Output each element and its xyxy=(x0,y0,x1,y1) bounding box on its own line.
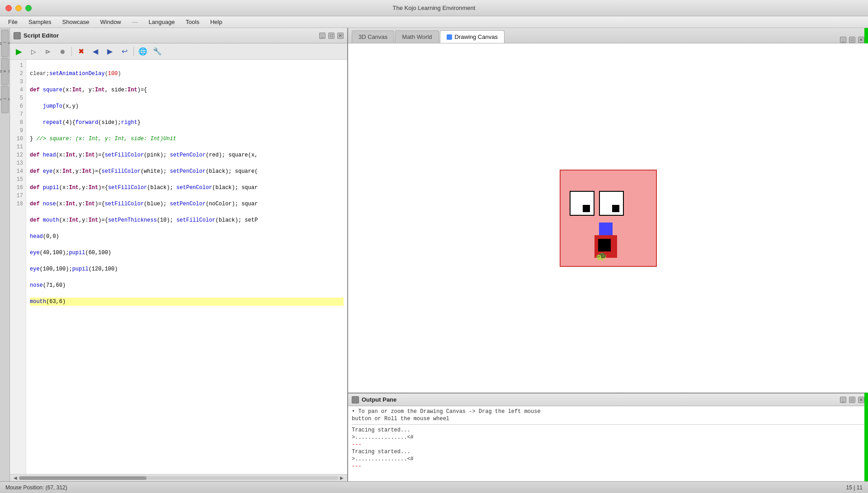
code-editor[interactable]: clear;setAnimationDelay(100) def square(… xyxy=(26,60,347,474)
sidebar-icon-pane[interactable]: Pan xyxy=(1,58,9,85)
minimize-button[interactable] xyxy=(15,5,22,11)
back-button[interactable]: ◀ xyxy=(89,45,102,58)
code-line-3: jumpTo(x,y) xyxy=(30,102,344,110)
output-pane: Output Pane _ □ ✕ • To pan or zoom the D… xyxy=(348,393,868,481)
toolbar-sep-2 xyxy=(133,47,134,56)
code-line-17 xyxy=(30,330,344,338)
script-editor-icon xyxy=(14,32,21,39)
tab-bar: 3D Canvas Math World Drawing Canvas _ □ … xyxy=(348,28,868,43)
maximize-panel-button[interactable]: □ xyxy=(328,33,335,39)
main-layout: His Pan Sto Script Editor _ □ ✕ ▶ ▷ ⊳ ⏺ xyxy=(0,28,868,481)
output-line-9: --- xyxy=(352,463,864,470)
maximize-button[interactable] xyxy=(25,5,32,11)
menu-showcase[interactable]: Showcase xyxy=(58,18,94,26)
script-editor-header: Script Editor _ □ ✕ xyxy=(10,28,347,43)
scroll-left[interactable]: ◀ xyxy=(12,475,19,480)
toolbar-sep-1 xyxy=(71,47,72,56)
tab-math-world[interactable]: Math World xyxy=(395,30,439,43)
code-line-14: nose(71,60) xyxy=(30,281,344,289)
web-button[interactable]: 🌐 xyxy=(137,45,149,58)
minimize-panel-button[interactable]: _ xyxy=(319,33,326,39)
right-panel: 3D Canvas Math World Drawing Canvas _ □ … xyxy=(348,28,868,481)
traffic-lights xyxy=(5,5,32,11)
code-scrollbar[interactable]: ◀ ▶ xyxy=(10,474,347,481)
code-line-2: def square(x:Int, y:Int, side:Int)={ xyxy=(30,86,344,94)
output-panel-controls: _ □ ✕ xyxy=(840,397,864,403)
code-line-5: } //> square: (x: Int, y: Int, side: Int… xyxy=(30,135,344,143)
code-line-10: def mouth(x:Int,y:Int)={setPenThickness(… xyxy=(30,216,344,224)
code-line-15: mouth(63,6) xyxy=(30,298,344,306)
close-button[interactable] xyxy=(5,5,12,11)
mouth-inner xyxy=(598,239,611,251)
run-button[interactable]: ▶ xyxy=(13,45,25,58)
maximize-output-button[interactable]: □ xyxy=(849,397,855,403)
mouse-position: Mouse Position: (67, 312) xyxy=(5,484,67,491)
output-line-7: Tracing started... xyxy=(352,448,864,455)
undo-button[interactable]: ↩ xyxy=(118,45,131,58)
output-line-2: button or Roll the mouse wheel xyxy=(352,415,864,422)
minimize-canvas-button[interactable]: _ xyxy=(840,37,846,43)
output-divider-1 xyxy=(352,424,864,425)
tab-panel-controls: _ □ ✕ xyxy=(840,37,864,43)
help-button[interactable]: 🔧 xyxy=(151,45,164,58)
code-line-8: def pupil(x:Int,y:Int)={setFillColor(bla… xyxy=(30,184,344,192)
menu-window[interactable]: Window xyxy=(96,18,126,26)
menu-language[interactable]: Language xyxy=(144,18,179,26)
sidebar-icon-story[interactable]: Sto xyxy=(1,86,9,113)
output-header: Output Pane _ □ ✕ xyxy=(348,393,868,406)
menu-help[interactable]: Help xyxy=(206,18,227,26)
scroll-right[interactable]: ▶ xyxy=(338,475,345,480)
line-numbers: 12345 678910 1112131415 161718 xyxy=(10,60,26,474)
code-line-16 xyxy=(30,314,344,322)
menu-samples[interactable]: Samples xyxy=(24,18,56,26)
step-button[interactable]: ⊳ xyxy=(42,45,54,58)
code-area: 12345 678910 1112131415 161718 clear;set… xyxy=(10,60,347,474)
output-line-4: >................<# xyxy=(352,434,864,441)
scroll-track[interactable] xyxy=(19,476,338,480)
output-pane-title: Output Pane xyxy=(362,396,396,403)
close-panel-button[interactable]: ✕ xyxy=(337,33,344,39)
output-line-1: • To pan or zoom the Drawing Canvas -> D… xyxy=(352,408,864,415)
canvas-area: 🐢 xyxy=(348,43,868,393)
titlebar: The Kojo Learning Environment xyxy=(0,0,868,16)
maximize-canvas-button[interactable]: □ xyxy=(849,37,855,43)
left-sidebar: His Pan Sto xyxy=(0,28,10,481)
pupil-right xyxy=(612,205,619,212)
output-line-8: >................<# xyxy=(352,455,864,463)
code-line-6: def head(x:Int,y:Int)={setFillColor(pink… xyxy=(30,151,344,159)
cursor-position: 15 | 11 xyxy=(846,484,863,491)
script-editor-title: Script Editor xyxy=(24,32,59,39)
script-toolbar: ▶ ▷ ⊳ ⏺ ✖ ◀ ▶ ↩ 🌐 🔧 xyxy=(10,43,347,60)
code-line-7: def eye(x:Int,y:Int)={setFillColor(white… xyxy=(30,167,344,175)
code-line-11: head(0,0) xyxy=(30,232,344,241)
turtle-cursor: 🐢 xyxy=(596,251,607,261)
code-line-9: def nose(x:Int,y:Int)={setFillColor(blue… xyxy=(30,200,344,208)
window-title: The Kojo Learning Environment xyxy=(393,5,476,11)
code-line-18 xyxy=(30,346,344,355)
close-canvas-button[interactable]: ✕ xyxy=(858,37,864,43)
tab-drawing-canvas[interactable]: Drawing Canvas xyxy=(440,30,505,43)
stop-button[interactable]: ⏺ xyxy=(56,45,69,58)
menu-file[interactable]: File xyxy=(4,18,22,26)
canvas-tab-icon xyxy=(447,34,452,40)
clear-button[interactable]: ✖ xyxy=(75,45,87,58)
output-content: • To pan or zoom the Drawing Canvas -> D… xyxy=(348,406,868,481)
menu-separator: — xyxy=(127,18,142,26)
output-line-5: --- xyxy=(352,441,864,448)
menu-tools[interactable]: Tools xyxy=(181,18,204,26)
sidebar-icon-history[interactable]: His xyxy=(1,30,9,57)
forward-button[interactable]: ▶ xyxy=(104,45,116,58)
tab-3d-canvas[interactable]: 3D Canvas xyxy=(352,30,394,43)
panel-controls: _ □ ✕ xyxy=(319,33,344,39)
output-line-3: Tracing started... xyxy=(352,427,864,434)
eye-left xyxy=(570,191,594,216)
run-selected-button[interactable]: ▷ xyxy=(27,45,40,58)
output-pane-icon xyxy=(352,396,359,403)
code-line-1: clear;setAnimationDelay(100) xyxy=(30,70,344,78)
code-line-4: repeat(4){forward(side);right} xyxy=(30,119,344,127)
face-head: 🐢 xyxy=(560,170,657,267)
minimize-output-button[interactable]: _ xyxy=(840,397,846,403)
close-output-button[interactable]: ✕ xyxy=(858,397,864,403)
scroll-thumb[interactable] xyxy=(19,476,146,480)
nose xyxy=(599,223,613,236)
